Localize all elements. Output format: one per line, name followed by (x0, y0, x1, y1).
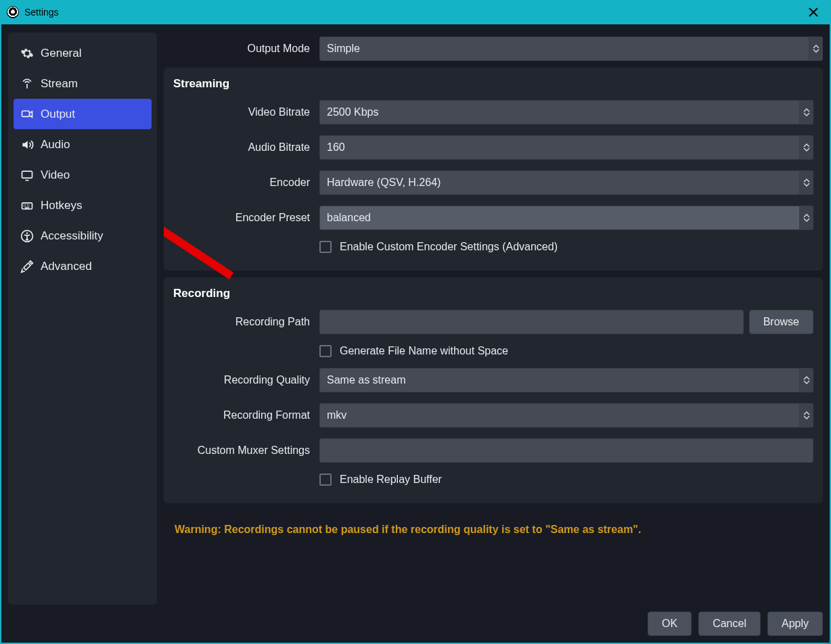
enable-replay-buffer-label: Enable Replay Buffer (340, 474, 442, 486)
enable-custom-encoder-label: Enable Custom Encoder Settings (Advanced… (340, 241, 558, 253)
output-icon (20, 108, 34, 121)
window-body: General Stream Output (0, 24, 831, 644)
warning-text: Warning: Recordings cannot be paused if … (164, 510, 823, 536)
sidebar-item-label: Output (41, 108, 75, 121)
video-bitrate-spinner[interactable] (800, 100, 813, 124)
sidebar-item-stream[interactable]: Stream (14, 68, 152, 99)
tools-icon (20, 260, 34, 273)
gear-icon (20, 47, 34, 60)
cancel-button[interactable]: Cancel (698, 612, 761, 636)
sidebar-item-label: Video (41, 168, 70, 182)
recording-title: Recording (173, 287, 813, 300)
recording-path-label: Recording Path (173, 316, 319, 328)
recording-quality-select[interactable]: Same as stream (319, 368, 800, 392)
resize-grip-icon[interactable] (824, 637, 831, 644)
output-mode-select[interactable]: Simple (319, 37, 809, 61)
svg-rect-1 (22, 171, 32, 178)
browse-button[interactable]: Browse (749, 310, 813, 334)
sidebar-item-label: Audio (41, 138, 70, 152)
keyboard-icon (20, 199, 34, 212)
video-bitrate-input[interactable]: 2500 Kbps (319, 100, 800, 124)
recording-quality-label: Recording Quality (173, 374, 319, 386)
sidebar-item-accessibility[interactable]: Accessibility (14, 221, 152, 251)
audio-bitrate-label: Audio Bitrate (173, 141, 319, 154)
recording-panel: Recording Recording Path Browse Generate… (164, 277, 823, 503)
muxer-input[interactable] (319, 438, 813, 463)
sidebar-item-label: Stream (41, 77, 78, 91)
output-mode-row: Output Mode Simple (164, 32, 823, 61)
monitor-icon (20, 168, 34, 182)
sidebar: General Stream Output (8, 32, 157, 605)
sidebar-item-label: Accessibility (41, 229, 104, 243)
video-bitrate-label: Video Bitrate (173, 106, 319, 118)
audio-bitrate-select[interactable]: 160 (319, 135, 800, 160)
audio-bitrate-chevron[interactable] (800, 135, 813, 160)
titlebar[interactable]: Settings (0, 0, 831, 24)
output-mode-label: Output Mode (164, 43, 319, 55)
ok-button[interactable]: OK (648, 612, 692, 636)
streaming-panel: Streaming Video Bitrate 2500 Kbps Aud (164, 68, 823, 271)
generate-filename-checkbox[interactable] (319, 345, 332, 357)
content-pane: Output Mode Simple Streaming Video Bitra… (164, 32, 823, 605)
sidebar-item-general[interactable]: General (14, 38, 152, 68)
close-button[interactable] (803, 3, 824, 22)
sidebar-item-advanced[interactable]: Advanced (14, 251, 152, 281)
encoder-preset-chevron[interactable] (800, 206, 813, 230)
sidebar-item-audio[interactable]: Audio (14, 129, 152, 160)
speaker-icon (20, 138, 34, 152)
encoder-select[interactable]: Hardware (QSV, H.264) (319, 170, 800, 195)
sidebar-item-hotkeys[interactable]: Hotkeys (14, 190, 152, 221)
antenna-icon (20, 77, 34, 91)
recording-path-input[interactable] (319, 310, 744, 334)
output-mode-chevron[interactable] (809, 37, 823, 61)
recording-format-chevron[interactable] (800, 403, 813, 428)
sidebar-item-label: Hotkeys (41, 199, 82, 212)
sidebar-item-label: General (41, 47, 81, 60)
window-title: Settings (24, 7, 59, 18)
recording-format-select[interactable]: mkv (319, 403, 800, 428)
enable-custom-encoder-checkbox[interactable] (319, 241, 332, 253)
encoder-preset-select[interactable]: balanced (319, 206, 800, 230)
svg-rect-0 (22, 111, 30, 116)
accessibility-icon (20, 229, 34, 243)
streaming-title: Streaming (173, 77, 813, 91)
encoder-preset-label: Encoder Preset (173, 212, 319, 224)
muxer-label: Custom Muxer Settings (173, 444, 319, 457)
settings-window: Settings General Stream (0, 0, 831, 644)
encoder-chevron[interactable] (800, 170, 813, 195)
apply-button[interactable]: Apply (767, 612, 823, 636)
app-logo-icon (7, 6, 19, 18)
generate-filename-label: Generate File Name without Space (340, 345, 508, 357)
dialog-footer: OK Cancel Apply (8, 605, 823, 636)
enable-replay-buffer-checkbox[interactable] (319, 474, 332, 486)
sidebar-item-label: Advanced (41, 260, 92, 273)
sidebar-item-output[interactable]: Output (14, 99, 152, 129)
recording-format-label: Recording Format (173, 409, 319, 421)
recording-quality-chevron[interactable] (800, 368, 813, 392)
sidebar-item-video[interactable]: Video (14, 160, 152, 190)
svg-point-4 (26, 232, 28, 234)
encoder-label: Encoder (173, 177, 319, 189)
close-icon (809, 7, 818, 17)
